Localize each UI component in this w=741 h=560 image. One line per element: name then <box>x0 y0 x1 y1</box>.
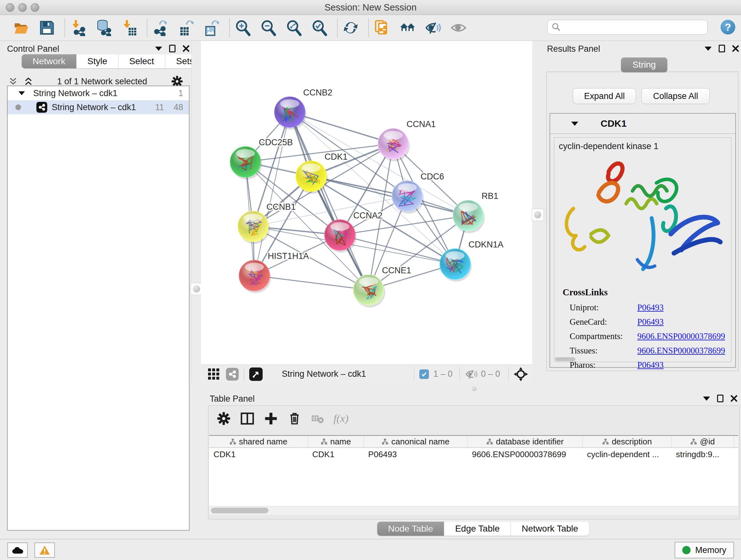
refresh-button[interactable] <box>342 19 359 37</box>
table-hscroll-thumb[interactable] <box>211 508 268 513</box>
help-button[interactable]: ? <box>721 20 735 35</box>
open-session-button[interactable] <box>13 19 30 37</box>
export-image-button[interactable] <box>203 19 220 37</box>
selected-checkbox-icon[interactable] <box>419 369 429 379</box>
import-network-file-button[interactable] <box>70 19 87 37</box>
zoom-in-button[interactable] <box>234 19 252 37</box>
left-splitter[interactable] <box>192 41 201 383</box>
tissues-link[interactable]: 9606.ENSP00000378699 <box>637 346 725 356</box>
cloud-status-button[interactable] <box>7 543 28 558</box>
cell-canonical-name[interactable]: P06493 <box>364 448 468 461</box>
panel-float-icon[interactable] <box>717 395 724 402</box>
hide-selected-button[interactable] <box>424 19 442 37</box>
collection-disclosure-icon[interactable] <box>18 91 25 95</box>
panel-float-icon[interactable] <box>169 45 176 52</box>
network-node-CCNB1[interactable]: CCNB1 <box>238 202 296 244</box>
table-row[interactable]: CDK1 CDK1 P06493 9606.ENSP00000378699 cy… <box>209 448 738 461</box>
entry-header[interactable]: CDK1 <box>550 114 735 134</box>
search-input[interactable] <box>564 22 704 33</box>
tab-network[interactable]: Network <box>22 54 77 68</box>
import-table-icon <box>121 19 138 36</box>
pharos-link[interactable]: P06493 <box>637 360 664 370</box>
memory-button[interactable]: Memory <box>675 542 734 558</box>
tab-string[interactable]: String <box>621 57 667 72</box>
warnings-button[interactable] <box>35 543 55 558</box>
column-header-shared-name[interactable]: shared name <box>209 435 308 448</box>
expand-all-icon[interactable] <box>23 77 33 86</box>
add-column-icon[interactable] <box>264 412 278 426</box>
column-header-description[interactable]: description <box>583 435 671 448</box>
entry-hscroll-thumb[interactable] <box>555 357 576 361</box>
uniprot-link[interactable]: P06493 <box>637 303 664 313</box>
birds-eye-view-button[interactable] <box>249 368 263 381</box>
network-row[interactable]: String Network – cdk1 11 48 <box>8 100 189 114</box>
table-options-gear-icon[interactable] <box>217 412 231 426</box>
cell-namespace[interactable]: stringdb <box>734 448 738 461</box>
column-header-name[interactable]: name <box>308 435 364 448</box>
export-table-button[interactable] <box>178 19 195 37</box>
network-collection-row[interactable]: String Network – cdk1 1 <box>8 86 189 100</box>
panel-float-icon[interactable] <box>719 45 725 52</box>
column-header-namespace[interactable]: namespace <box>734 435 738 448</box>
network-node-CCNA1[interactable]: CCNA1 <box>378 119 436 161</box>
column-header-canonical-name[interactable]: canonical name <box>364 435 468 448</box>
column-header-database-identifier[interactable]: database identifier <box>468 435 583 448</box>
panel-close-icon[interactable] <box>183 45 190 52</box>
zoom-out-button[interactable] <box>260 19 277 37</box>
cell-description[interactable]: cyclin-dependent ... <box>583 448 671 461</box>
compartments-link[interactable]: 9606.ENSP00000378699 <box>637 331 725 341</box>
edge-CDK1-RB1[interactable] <box>311 176 468 215</box>
tab-select[interactable]: Select <box>118 54 165 68</box>
tab-style[interactable]: Style <box>77 54 118 68</box>
import-table-button[interactable] <box>121 19 138 37</box>
genecard-link[interactable]: P06493 <box>637 317 664 327</box>
expand-all-button[interactable]: Expand All <box>573 88 636 104</box>
collapse-all-button[interactable]: Collapse All <box>642 88 710 104</box>
first-neighbors-button[interactable] <box>399 19 416 37</box>
show-all-button[interactable] <box>450 19 467 37</box>
tab-network-table[interactable]: Network Table <box>511 522 589 536</box>
network-canvas[interactable]: CCNB2CCNA1CDC25BCDK1CDC6RB1CCNB1CCNA2CDK… <box>201 41 532 365</box>
cell-database-identifier[interactable]: 9606.ENSP00000378699 <box>468 448 583 461</box>
edge-CCNB2-CCNE1[interactable] <box>290 112 368 290</box>
show-columns-icon[interactable] <box>240 412 254 426</box>
network-from-selection-button[interactable] <box>374 19 391 37</box>
panel-close-icon[interactable] <box>731 395 738 402</box>
network-node-CDK1[interactable]: CDK1 <box>296 152 347 194</box>
cell-id[interactable]: stringdb:9... <box>671 448 734 461</box>
grid-view-icon[interactable] <box>207 368 220 381</box>
right-splitter[interactable] <box>532 41 542 383</box>
network-node-CCNB2[interactable]: CCNB2 <box>274 88 333 130</box>
horizontal-splitter-handle[interactable] <box>472 386 476 391</box>
panel-menu-icon[interactable] <box>704 47 712 51</box>
save-session-button[interactable] <box>38 19 56 37</box>
edge-HIST1H1A-CCNE1[interactable] <box>254 275 368 290</box>
network-node-CDC25B[interactable]: CDC25B <box>230 138 293 179</box>
network-node-HIST1H1A[interactable]: HIST1H1A <box>239 251 309 293</box>
network-view-mode-icon[interactable] <box>226 368 239 381</box>
import-network-database-button[interactable] <box>95 19 112 37</box>
tab-edge-table[interactable]: Edge Table <box>444 522 511 536</box>
tab-node-table[interactable]: Node Table <box>377 522 444 536</box>
collapse-all-icon[interactable] <box>8 77 18 86</box>
export-network-button[interactable] <box>152 19 169 37</box>
network-name: String Network – cdk1 <box>52 103 155 112</box>
right-splitter-handle[interactable] <box>532 209 544 221</box>
zoom-selected-button[interactable] <box>311 19 328 37</box>
panel-menu-icon[interactable] <box>155 47 162 51</box>
panel-menu-icon[interactable] <box>703 396 710 401</box>
panel-close-icon[interactable] <box>732 45 739 52</box>
network-node-RB1[interactable]: RB1 <box>453 191 498 233</box>
cell-name[interactable]: CDK1 <box>308 448 364 461</box>
entry-disclosure-icon[interactable] <box>571 122 578 126</box>
locate-crosshair-button[interactable] <box>514 367 528 381</box>
network-node-CCNA2[interactable]: CCNA2 <box>325 211 383 253</box>
network-node-CDKN1A[interactable]: CDKN1A <box>440 240 503 282</box>
table-hscrollbar[interactable] <box>209 506 738 515</box>
string-network-graph[interactable]: CCNB2CCNA1CDC25BCDK1CDC6RB1CCNB1CCNA2CDK… <box>201 41 532 365</box>
zoom-fit-button[interactable] <box>285 19 302 37</box>
network-node-CCNE1[interactable]: CCNE1 <box>353 266 411 307</box>
column-header-id[interactable]: @id <box>671 435 734 448</box>
delete-column-icon[interactable] <box>287 412 301 426</box>
cell-shared-name[interactable]: CDK1 <box>209 448 308 461</box>
